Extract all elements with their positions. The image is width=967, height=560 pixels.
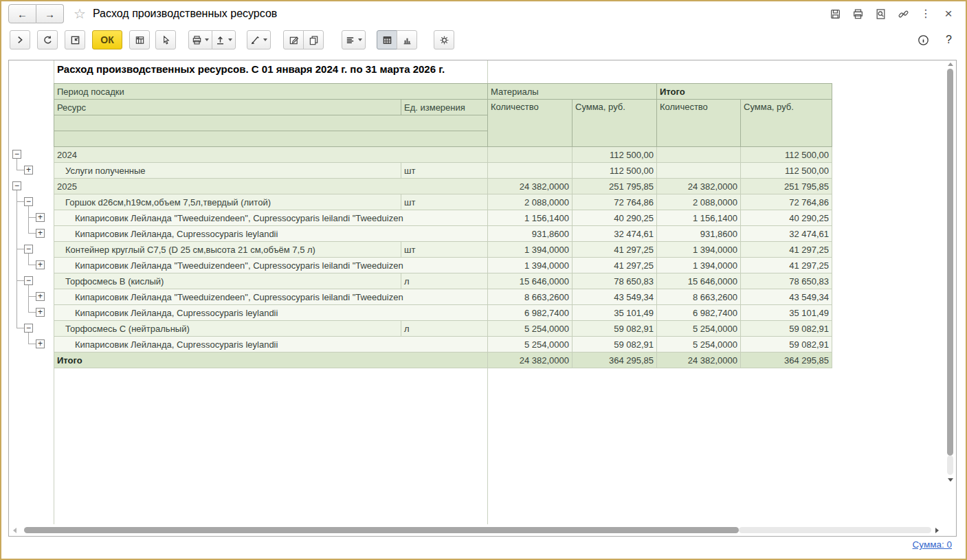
cell-unit[interactable]: л (401, 321, 488, 337)
cell-tq[interactable]: 6 982,7400 (657, 305, 741, 321)
forward-button[interactable]: → (36, 4, 64, 23)
cell-ts[interactable]: 112 500,00 (741, 163, 832, 179)
cell-tq[interactable]: 24 382,0000 (657, 352, 741, 368)
generate-button[interactable] (10, 30, 30, 49)
cell-unit[interactable]: шт (401, 242, 488, 258)
tree-expander-plus[interactable]: + (36, 229, 45, 238)
cell-label[interactable]: Торфосмесь C (нейтральный) (54, 321, 401, 337)
header-total[interactable]: Итого (657, 84, 832, 100)
cell-mq[interactable]: 2 088,0000 (488, 194, 573, 210)
cell-mq[interactable]: 15 646,0000 (488, 273, 573, 289)
cell-mq[interactable] (488, 147, 573, 163)
cell-label[interactable]: Итого (54, 352, 488, 368)
vertical-scrollbar-thumb[interactable] (947, 69, 953, 456)
favorites-star-icon[interactable]: ☆ (74, 5, 86, 22)
cell-mq[interactable]: 8 663,2600 (488, 289, 573, 305)
cell-tq[interactable] (657, 163, 741, 179)
cell-label[interactable]: Кипарисовик Лейланда "Tweeduizendeen", C… (54, 210, 488, 226)
fit-window-button[interactable] (65, 30, 85, 49)
cell-tq[interactable]: 931,8600 (657, 226, 741, 242)
cell-tq[interactable]: 5 254,0000 (657, 321, 741, 337)
cell-ts[interactable]: 59 082,91 (741, 321, 832, 337)
header-unit[interactable]: Ед. измерения (401, 100, 488, 115)
tree-expander-plus[interactable]: + (36, 308, 45, 317)
cell-ts[interactable]: 41 297,25 (741, 242, 832, 258)
info-button[interactable] (917, 34, 929, 46)
cell-ms[interactable]: 43 549,34 (573, 289, 657, 305)
cell-mq[interactable]: 5 254,0000 (488, 321, 573, 337)
cell-ts[interactable]: 32 474,61 (741, 226, 832, 242)
cell-ms[interactable]: 72 764,86 (573, 194, 657, 210)
cell-mq[interactable]: 24 382,0000 (488, 352, 573, 368)
pointer-button[interactable] (155, 30, 176, 49)
cell-mq[interactable]: 5 254,0000 (488, 337, 573, 352)
vertical-scrollbar[interactable] (944, 60, 956, 500)
cell-ms[interactable]: 364 295,85 (573, 352, 657, 368)
table-settings-button[interactable] (129, 30, 150, 49)
grouping-button[interactable] (342, 30, 366, 49)
refresh-button[interactable] (37, 30, 58, 49)
cell-label[interactable]: Горшок d26см,h19см,объем 7,5л,твердый (л… (54, 194, 401, 210)
scroll-right-arrow-icon[interactable] (935, 528, 939, 533)
cell-ms[interactable]: 59 082,91 (573, 337, 657, 352)
cell-tq[interactable]: 1 394,0000 (657, 258, 741, 273)
header-materials-sum[interactable]: Сумма, руб. (573, 100, 657, 147)
cell-tq[interactable] (657, 147, 741, 163)
tree-expander-plus[interactable]: + (24, 166, 33, 175)
close-button[interactable]: × (942, 8, 955, 20)
cell-tq[interactable]: 5 254,0000 (657, 337, 741, 352)
horizontal-scrollbar-thumb[interactable] (24, 527, 739, 533)
cell-ms[interactable]: 251 795,85 (573, 179, 657, 194)
tree-expander-plus[interactable]: + (36, 292, 45, 301)
cell-label[interactable]: Торфосмесь B (кислый) (54, 273, 401, 289)
tree-expander-minus[interactable]: − (24, 245, 33, 254)
cell-label[interactable]: Кипарисовик Лейланда, Cupressocyparis le… (54, 305, 488, 321)
cell-ms[interactable]: 78 650,83 (573, 273, 657, 289)
report-title[interactable]: Расход производственных ресурсов. С 01 я… (57, 63, 445, 75)
cell-ms[interactable]: 112 500,00 (573, 163, 657, 179)
scroll-left-arrow-icon[interactable] (13, 528, 16, 533)
cell-ms[interactable]: 35 101,49 (573, 305, 657, 321)
cell-label[interactable]: 2024 (54, 147, 488, 163)
tree-expander-minus[interactable]: − (24, 276, 33, 285)
cell-ms[interactable]: 32 474,61 (573, 226, 657, 242)
cell-mq[interactable] (488, 163, 573, 179)
header-culture[interactable] (54, 115, 488, 131)
tree-expander-plus[interactable]: + (36, 213, 45, 222)
save-button[interactable] (829, 8, 841, 20)
more-button[interactable]: ⋮ (920, 8, 932, 20)
cell-ms[interactable]: 40 290,25 (573, 210, 657, 226)
cell-tq[interactable]: 15 646,0000 (657, 273, 741, 289)
cell-tq[interactable]: 8 663,2600 (657, 289, 741, 305)
cell-tq[interactable]: 1 156,1400 (657, 210, 741, 226)
cell-label[interactable]: Услуги полученные (54, 163, 401, 179)
sum-link[interactable]: Сумма: 0 (913, 539, 952, 550)
tree-expander-plus[interactable]: + (36, 260, 45, 269)
header-resource[interactable]: Ресурс (54, 100, 401, 115)
link-button[interactable] (897, 8, 909, 20)
cell-ts[interactable]: 364 295,85 (741, 352, 832, 368)
cell-ms[interactable]: 41 297,25 (573, 258, 657, 273)
cell-unit[interactable]: л (401, 273, 488, 289)
header-total-sum[interactable]: Сумма, руб. (741, 100, 832, 147)
header-period[interactable]: Период посадки (54, 84, 488, 100)
cell-ts[interactable]: 251 795,85 (741, 179, 832, 194)
horizontal-scrollbar-track[interactable] (739, 527, 931, 533)
ok-button[interactable]: ОК (92, 30, 122, 49)
tree-expander-plus[interactable]: + (36, 339, 45, 348)
cell-label[interactable]: Контейнер круглый С7,5 (D 25 см,высота 2… (54, 242, 401, 258)
print-button[interactable] (852, 8, 864, 20)
cell-mq[interactable]: 1 394,0000 (488, 242, 573, 258)
chart-view-button[interactable] (397, 30, 417, 49)
cell-mq[interactable]: 24 382,0000 (488, 179, 573, 194)
cell-ts[interactable]: 112 500,00 (741, 147, 832, 163)
settings-button[interactable] (434, 30, 454, 49)
print-tool-button[interactable] (188, 30, 212, 49)
cell-ts[interactable]: 40 290,25 (741, 210, 832, 226)
cell-mq[interactable]: 931,8600 (488, 226, 573, 242)
cell-ts[interactable]: 59 082,91 (741, 337, 832, 352)
header-materials-qty[interactable]: Количество (488, 100, 573, 147)
help-button[interactable]: ? (946, 34, 952, 46)
cell-ts[interactable]: 43 549,34 (741, 289, 832, 305)
cell-label[interactable]: Кипарисовик Лейланда, Cupressocyparis le… (54, 337, 488, 352)
